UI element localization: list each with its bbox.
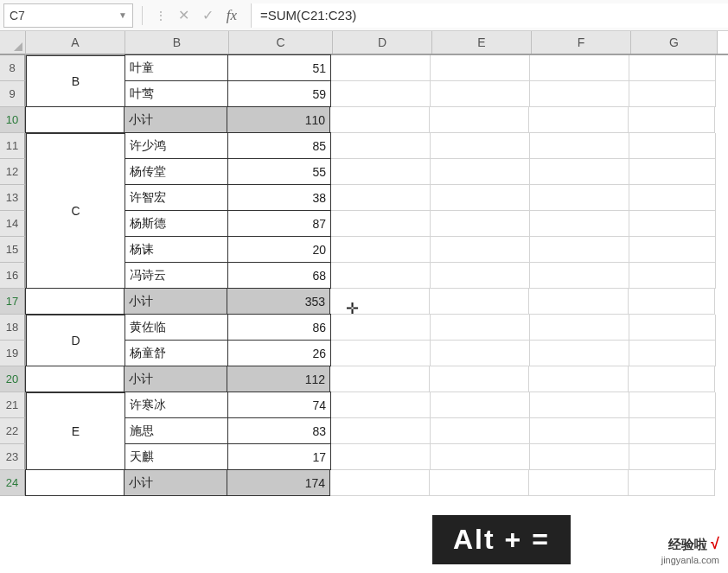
row-header[interactable]: 9: [0, 81, 26, 107]
cell[interactable]: [430, 289, 529, 315]
cell[interactable]: 51: [227, 54, 331, 81]
chevron-down-icon[interactable]: ▼: [118, 10, 127, 20]
cell[interactable]: [330, 470, 430, 496]
cell[interactable]: 小计: [124, 288, 227, 315]
cell[interactable]: [431, 341, 530, 366]
cell[interactable]: [530, 418, 629, 444]
row-header[interactable]: 13: [0, 185, 26, 211]
row-header[interactable]: 8: [0, 55, 26, 81]
cell[interactable]: [331, 159, 431, 185]
confirm-icon[interactable]: ✓: [195, 7, 220, 23]
cell[interactable]: [431, 444, 530, 470]
cell[interactable]: [331, 211, 431, 237]
cell[interactable]: 叶童: [125, 54, 228, 81]
row-header[interactable]: 11: [0, 133, 26, 159]
col-header-E[interactable]: E: [432, 31, 532, 54]
cell[interactable]: [331, 55, 431, 81]
row-header[interactable]: 15: [0, 237, 26, 263]
cell[interactable]: [530, 55, 629, 81]
cell[interactable]: [530, 263, 629, 289]
cell[interactable]: [529, 366, 629, 392]
cell[interactable]: 55: [227, 158, 331, 185]
cell[interactable]: 许智宏: [125, 184, 228, 211]
cell[interactable]: 174: [227, 469, 330, 496]
cell[interactable]: 20: [227, 236, 331, 263]
cell[interactable]: 许寒冰: [125, 392, 228, 418]
merged-cell[interactable]: C: [26, 133, 125, 289]
cell[interactable]: [530, 211, 629, 237]
merged-cell[interactable]: D: [26, 315, 125, 366]
cell[interactable]: [431, 159, 530, 185]
cell[interactable]: [629, 133, 716, 159]
cell[interactable]: [431, 392, 530, 418]
cell[interactable]: [431, 133, 530, 159]
cell[interactable]: [431, 263, 530, 289]
cell[interactable]: [331, 341, 431, 366]
row-header[interactable]: 23: [0, 444, 26, 470]
cell[interactable]: [629, 418, 716, 444]
cancel-icon[interactable]: ✕: [171, 7, 195, 23]
cell[interactable]: [25, 288, 125, 315]
cell[interactable]: 杨童舒: [125, 340, 228, 366]
select-all-corner[interactable]: [0, 31, 26, 55]
cell[interactable]: [331, 185, 431, 211]
cell[interactable]: 85: [227, 132, 331, 159]
cell[interactable]: [629, 237, 716, 263]
cell[interactable]: [629, 315, 716, 341]
cell[interactable]: [430, 470, 529, 496]
cell[interactable]: [629, 444, 716, 470]
col-header-F[interactable]: F: [532, 31, 631, 54]
cell[interactable]: [431, 315, 530, 341]
cell[interactable]: [629, 55, 716, 81]
row-header[interactable]: 16: [0, 263, 26, 289]
cell[interactable]: 110: [227, 106, 330, 133]
cell[interactable]: [431, 418, 530, 444]
cell[interactable]: 26: [227, 340, 331, 366]
merged-cell[interactable]: B: [26, 55, 125, 107]
row-header[interactable]: 10: [0, 107, 26, 133]
cell[interactable]: 杨诔: [125, 236, 228, 263]
row-header[interactable]: 21: [0, 392, 26, 418]
cell[interactable]: [331, 263, 431, 289]
cell[interactable]: [331, 444, 431, 470]
row-header[interactable]: 18: [0, 315, 26, 341]
row-header[interactable]: 14: [0, 211, 26, 237]
cell[interactable]: 86: [227, 314, 331, 341]
cell[interactable]: [330, 366, 430, 392]
cell[interactable]: [530, 392, 629, 418]
col-header-C[interactable]: C: [229, 31, 333, 54]
cell[interactable]: [629, 263, 716, 289]
cell[interactable]: 施思: [125, 417, 228, 444]
cell[interactable]: [629, 107, 715, 133]
cell[interactable]: [431, 55, 530, 81]
cell[interactable]: [629, 211, 716, 237]
cell[interactable]: [629, 185, 716, 211]
cell[interactable]: [331, 392, 431, 418]
cell[interactable]: 38: [227, 184, 331, 211]
cell[interactable]: 杨斯德: [125, 210, 228, 237]
cell[interactable]: [431, 237, 530, 263]
cell[interactable]: [431, 211, 530, 237]
cell[interactable]: 74: [227, 392, 331, 418]
cell[interactable]: [331, 237, 431, 263]
row-header[interactable]: 24: [0, 470, 26, 496]
cell[interactable]: [530, 159, 629, 185]
name-box[interactable]: C7 ▼: [3, 3, 133, 28]
cell[interactable]: [629, 289, 715, 315]
cell[interactable]: 小计: [124, 106, 227, 133]
cell[interactable]: [629, 392, 716, 418]
cell[interactable]: 许少鸿: [125, 132, 228, 159]
col-header-G[interactable]: G: [631, 31, 718, 54]
cell[interactable]: 天麒: [125, 443, 228, 470]
cell[interactable]: [530, 81, 629, 107]
cell[interactable]: [331, 133, 431, 159]
cell[interactable]: [529, 470, 629, 496]
row-header[interactable]: 17: [0, 289, 26, 315]
merged-cell[interactable]: E: [26, 392, 125, 470]
cell[interactable]: [629, 81, 716, 107]
row-header[interactable]: 12: [0, 159, 26, 185]
cell[interactable]: [331, 81, 431, 107]
cell[interactable]: 83: [227, 417, 331, 444]
cell[interactable]: 68: [227, 262, 331, 289]
fx-icon[interactable]: fx: [220, 7, 244, 24]
